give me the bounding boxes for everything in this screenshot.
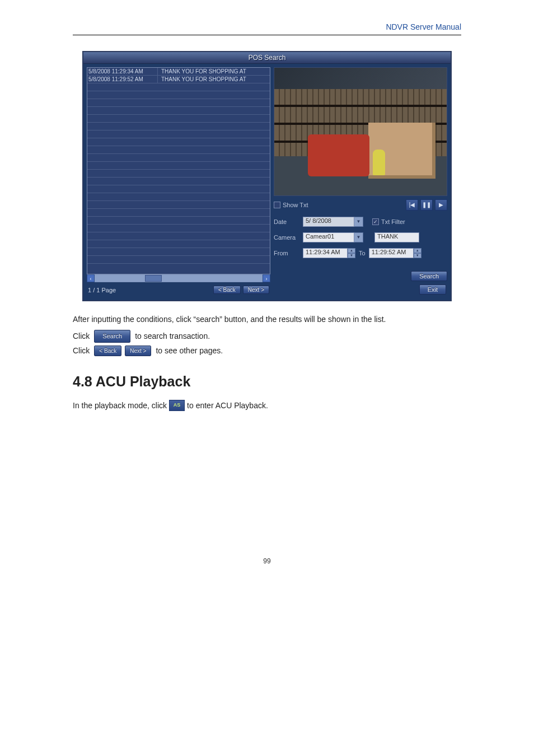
- result-text: THANK YOU FOR SHOPPING AT: [158, 68, 270, 75]
- spin-down-icon[interactable]: ▼: [414, 253, 421, 258]
- pos-results-panel: 5/8/2008 11:29:34 AM THANK YOU FOR SHOPP…: [83, 64, 274, 300]
- chevron-down-icon[interactable]: ▼: [354, 232, 363, 242]
- paragraph: In the playback mode, click AS to enter …: [73, 400, 461, 412]
- header-manual-title: NDVR Server Manual: [73, 22, 461, 35]
- scroll-right-icon[interactable]: ›: [263, 274, 270, 282]
- table-row[interactable]: 5/8/2008 11:29:34 AM THANK YOU FOR SHOPP…: [87, 68, 270, 76]
- from-time-field[interactable]: 11:29:34 AM: [303, 248, 348, 258]
- spin-up-icon[interactable]: ▲: [414, 248, 421, 253]
- to-time-field[interactable]: 11:29:52 AM: [369, 248, 414, 258]
- pos-preview-panel: Show Txt |◀ ❚❚ ▶ Date 5/ 8/2008 ▼: [274, 64, 451, 300]
- spin-down-icon[interactable]: ▼: [348, 253, 355, 258]
- scroll-left-icon[interactable]: ‹: [87, 274, 95, 282]
- from-label: From: [274, 250, 299, 256]
- search-button[interactable]: Search: [411, 271, 447, 281]
- pos-search-window: POS Search 5/8/2008 11:29:34 AM THANK YO…: [82, 51, 452, 301]
- rewind-button[interactable]: |◀: [406, 199, 418, 211]
- result-text: THANK YOU FOR SHOPPING AT: [158, 76, 270, 83]
- result-time: 5/8/2008 11:29:52 AM: [87, 76, 158, 83]
- next-button-illustration: Next >: [125, 346, 151, 356]
- paragraph: After inputting the conditions, click “s…: [73, 314, 461, 325]
- filter-text-field[interactable]: THANK: [374, 232, 419, 242]
- play-button[interactable]: ▶: [435, 199, 447, 211]
- camera-field[interactable]: Camear01: [303, 232, 354, 242]
- search-button-illustration: Search: [94, 330, 130, 343]
- pos-search-title: POS Search: [83, 52, 451, 64]
- back-button-illustration: < Back: [94, 346, 121, 356]
- pause-button[interactable]: ❚❚: [420, 199, 433, 211]
- show-txt-checkbox[interactable]: [274, 202, 280, 208]
- video-preview: [274, 67, 447, 196]
- chevron-down-icon[interactable]: ▼: [354, 217, 363, 227]
- exit-button[interactable]: Exit: [419, 284, 446, 295]
- paragraph: Click < Back Next > to see other pages.: [73, 345, 461, 357]
- table-row[interactable]: 5/8/2008 11:29:52 AM THANK YOU FOR SHOPP…: [87, 76, 270, 83]
- text: to search transaction.: [135, 330, 210, 342]
- paragraph: Click Search to search transaction.: [73, 330, 461, 343]
- txt-filter-label: Txt Filter: [381, 218, 405, 225]
- text: In the playback mode, click: [73, 400, 167, 412]
- acu-search-icon: AS: [169, 400, 185, 411]
- results-table: 5/8/2008 11:29:34 AM THANK YOU FOR SHOPP…: [87, 67, 270, 274]
- spin-up-icon[interactable]: ▲: [348, 248, 355, 253]
- date-label: Date: [274, 218, 299, 225]
- to-label: To: [359, 250, 366, 256]
- results-hscrollbar[interactable]: ‹ ›: [87, 274, 270, 282]
- show-txt-label: Show Txt: [283, 202, 308, 208]
- text: Click: [73, 345, 90, 357]
- text: to see other pages.: [156, 345, 223, 357]
- txt-filter-checkbox[interactable]: [372, 218, 379, 225]
- date-field[interactable]: 5/ 8/2008: [303, 217, 354, 227]
- page-number: 99: [73, 557, 461, 565]
- back-button[interactable]: < Back: [213, 286, 241, 294]
- camera-label: Camera: [274, 234, 299, 241]
- pagination-label: 1 / 1 Page: [88, 287, 116, 293]
- section-heading: 4.8 ACU Playback: [73, 374, 461, 390]
- next-button[interactable]: Next >: [243, 286, 269, 294]
- text: to enter ACU Playback.: [187, 400, 268, 412]
- text: Click: [73, 330, 90, 342]
- result-time: 5/8/2008 11:29:34 AM: [87, 68, 158, 75]
